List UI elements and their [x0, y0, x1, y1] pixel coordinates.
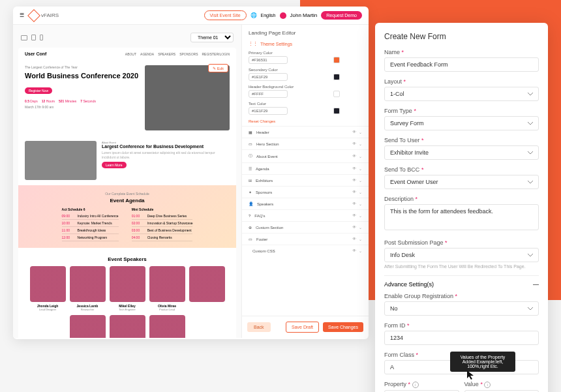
section-item[interactable]: 👤Speakers👁⌄ — [242, 198, 369, 209]
eye-icon[interactable]: 👁 — [352, 142, 356, 146]
minus-icon: — — [533, 281, 539, 288]
sidebar-title: Landing Page Editor — [242, 25, 369, 38]
send-user-select[interactable]: Exhibitor Invite — [384, 145, 539, 160]
eye-icon[interactable]: 👁 — [352, 225, 356, 230]
speaker-card: Mikel ElleyTech Engineer — [110, 266, 145, 311]
learn-more-button[interactable]: Learn More — [102, 162, 127, 168]
section-item[interactable]: ?FAQ's👁⌄ — [242, 209, 369, 221]
mobile-icon[interactable] — [40, 35, 43, 40]
nav-item[interactable]: ABOUT — [125, 52, 136, 56]
color-field: Text Color#1E1F29 — [242, 100, 369, 117]
agenda-row: 11:00Breakthrough Ideas — [62, 227, 119, 234]
eye-icon[interactable]: 👁 — [352, 249, 356, 253]
color-swatch[interactable] — [333, 108, 340, 114]
section-item[interactable]: ⊞Exhibitors👁⌄ — [242, 174, 369, 186]
hero-image — [145, 65, 230, 130]
form-type-select[interactable]: Survey Form — [384, 116, 539, 130]
reset-changes-link[interactable]: Reset Changes — [242, 117, 369, 126]
visit-site-button[interactable]: Visit Event Site — [204, 10, 247, 20]
chevron-down-icon[interactable]: ⌄ — [359, 130, 362, 134]
chevron-down-icon[interactable]: ⌄ — [359, 225, 362, 230]
agenda-row: 01:00Deep Dive Business Series — [132, 213, 193, 220]
color-input[interactable]: #FFFF — [249, 90, 288, 98]
agenda-row: 12:00Networking Program — [62, 234, 119, 241]
hero-date: March 17th 9:00 am — [25, 105, 140, 109]
edit-button[interactable]: ✎ Edit — [208, 64, 228, 72]
chevron-down-icon[interactable]: ⌄ — [359, 154, 362, 158]
color-swatch[interactable] — [333, 57, 340, 63]
section-item[interactable]: Custom CSS👁⌄ — [242, 245, 369, 256]
theme-settings-row[interactable]: ⋮⋮ Theme Settings — [242, 38, 369, 49]
section-item[interactable]: ⓘAbout Event👁⌄ — [242, 149, 369, 162]
nav-item[interactable]: SPONSORS — [179, 52, 198, 56]
section-item[interactable]: ✦Sponsors👁⌄ — [242, 186, 369, 198]
chevron-down-icon[interactable]: ⌄ — [359, 249, 362, 253]
chevron-down-icon[interactable]: ⌄ — [359, 178, 362, 183]
form-type-label: Form Type * — [384, 108, 539, 114]
back-button[interactable]: Back — [247, 322, 271, 332]
eye-icon[interactable]: 👁 — [352, 130, 356, 134]
layout-select[interactable]: 1-Col — [384, 87, 539, 101]
chevron-down-icon[interactable]: ⌄ — [359, 237, 362, 241]
tablet-icon[interactable] — [31, 35, 36, 40]
desktop-icon[interactable] — [21, 35, 27, 40]
eye-icon[interactable]: 👁 — [352, 237, 356, 241]
section-item[interactable]: ☰Agenda👁⌄ — [242, 162, 369, 174]
menu-icon[interactable]: ☰ — [20, 12, 24, 18]
eye-icon[interactable]: 👁 — [352, 202, 356, 206]
nav-item[interactable]: SPEAKERS — [158, 52, 175, 56]
nav-item[interactable]: REGISTER/LOGIN — [202, 52, 230, 56]
form-id-input[interactable] — [384, 331, 539, 345]
register-badge[interactable]: Register Now — [25, 87, 52, 94]
name-input[interactable] — [384, 57, 539, 72]
color-swatch[interactable] — [333, 74, 340, 80]
post-submission-select[interactable]: Info Desk — [384, 248, 539, 262]
section-item[interactable]: ▦Header👁⌄ — [242, 126, 369, 138]
send-bcc-label: Send To BCC * — [384, 166, 539, 173]
countdown-stat: 521 Minutes — [59, 99, 76, 103]
countdown-stat: 7 Seconds — [80, 99, 96, 103]
section-item[interactable]: ▭Footer👁⌄ — [242, 233, 369, 245]
request-demo-button[interactable]: Request Demo — [321, 11, 362, 20]
speaker-card: Jessica LambResearcher — [70, 266, 106, 311]
save-changes-button[interactable]: Save Changes — [323, 322, 363, 332]
eye-icon[interactable]: 👁 — [352, 154, 356, 158]
editor-sidebar: Landing Page Editor ⋮⋮ Theme Settings Pr… — [241, 25, 369, 338]
page-preview: User Conf ABOUTAGENDASPEAKERSSPONSORSREG… — [18, 48, 236, 338]
theme-select[interactable]: Theme 01 — [190, 33, 234, 42]
hero-tag: The Largest Conference of The Year — [25, 65, 140, 69]
chevron-down-icon[interactable]: ⌄ — [359, 142, 362, 146]
eye-icon[interactable]: 👁 — [352, 213, 356, 218]
language-selector[interactable]: English — [261, 13, 276, 18]
section-item[interactable]: ▭Hero Section👁⌄ — [242, 138, 369, 149]
tooltip: Values of the Property Added Example:lef… — [450, 352, 515, 372]
chevron-down-icon[interactable]: ⌄ — [359, 166, 362, 171]
eye-icon[interactable]: 👁 — [352, 178, 356, 183]
section-icon: ▦ — [249, 130, 252, 134]
eye-icon[interactable]: 👁 — [352, 166, 356, 171]
avatar[interactable] — [280, 12, 286, 19]
eye-icon[interactable]: 👁 — [352, 190, 356, 194]
group-reg-select[interactable]: No — [384, 301, 539, 316]
section-item[interactable]: ⊕Custom Section👁⌄ — [242, 221, 369, 233]
info-icon[interactable]: i — [484, 382, 491, 388]
color-input[interactable]: #1E1F29 — [249, 107, 288, 115]
description-textarea[interactable]: This is the form for attendees feedback. — [384, 204, 539, 230]
chevron-down-icon[interactable]: ⌄ — [359, 190, 362, 194]
section-icon: ✦ — [249, 190, 252, 194]
name-label: Name * — [384, 49, 539, 55]
color-input[interactable]: #1E1F29 — [249, 73, 288, 81]
color-input[interactable]: #F36531 — [249, 56, 288, 64]
agenda-row: 09:00Industry Intro All Conference — [62, 213, 119, 220]
color-field: Primary Color#F36531 — [242, 49, 369, 66]
chevron-down-icon[interactable]: ⌄ — [359, 202, 362, 206]
send-bcc-select[interactable]: Event Owner User — [384, 175, 539, 189]
save-draft-button[interactable]: Save Draft — [286, 322, 319, 333]
advance-settings-toggle[interactable]: Advance Setting(s)— — [384, 275, 539, 293]
nav-item[interactable]: AGENDA — [140, 52, 154, 56]
color-swatch[interactable] — [333, 91, 340, 97]
chevron-down-icon[interactable]: ⌄ — [359, 213, 362, 218]
info-icon[interactable]: i — [412, 382, 419, 388]
form-id-label: Form ID * — [384, 322, 539, 329]
agenda-row: 02:00Innovation & Startup Showcase — [132, 220, 193, 227]
